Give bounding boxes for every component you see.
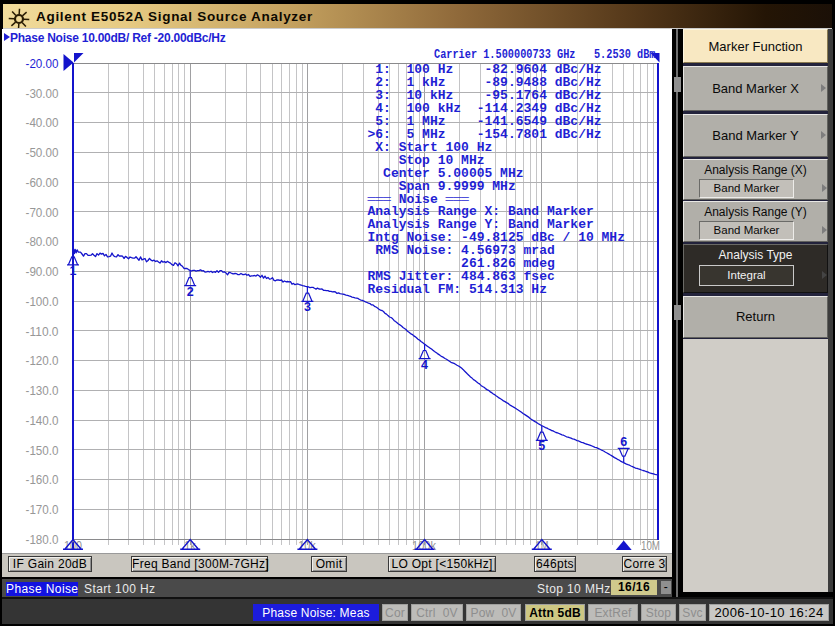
svg-text:2: 2: [187, 285, 194, 299]
svg-text:-80.00: -80.00: [26, 234, 59, 249]
svg-text:-110.0: -110.0: [26, 324, 59, 339]
svg-text:-90.00: -90.00: [26, 264, 59, 279]
svg-text:-150.0: -150.0: [26, 443, 59, 458]
svg-text:-70.00: -70.00: [26, 205, 59, 220]
svg-text:-170.0: -170.0: [26, 502, 59, 517]
svg-text:1: 1: [70, 264, 77, 278]
svg-text:-50.00: -50.00: [26, 145, 59, 160]
svg-text:-180.0: -180.0: [26, 532, 59, 547]
svg-text:-60.00: -60.00: [26, 175, 59, 190]
svg-text:6: 6: [620, 435, 627, 449]
svg-text:-160.0: -160.0: [26, 472, 59, 487]
svg-text:5: 5: [538, 439, 545, 453]
svg-text:-30.00: -30.00: [26, 86, 59, 101]
svg-text:-140.0: -140.0: [26, 413, 59, 428]
svg-text:-20.00: -20.00: [26, 56, 59, 71]
svg-text:4: 4: [421, 358, 428, 372]
svg-text:-100.0: -100.0: [26, 294, 59, 309]
svg-text:100k: 100k: [412, 539, 437, 553]
svg-text:10k: 10k: [298, 539, 316, 553]
svg-text:3: 3: [304, 300, 311, 314]
svg-text:-120.0: -120.0: [26, 353, 59, 368]
svg-text:-130.0: -130.0: [26, 383, 59, 398]
svg-text:-40.00: -40.00: [26, 115, 59, 130]
svg-text:Carrier 1.500000733 GHz 5.25: Carrier 1.500000733 GHz 5.2530 dBm: [434, 48, 656, 62]
svg-text:10M: 10M: [641, 539, 660, 553]
